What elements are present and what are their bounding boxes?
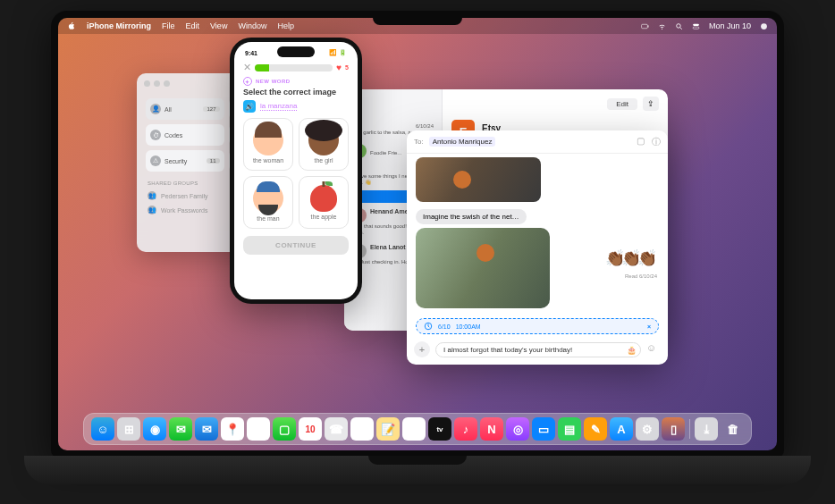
dock-iphone-mirroring-icon[interactable]: ▯ — [662, 417, 685, 441]
share-button[interactable]: ⇪ — [643, 97, 659, 111]
facetime-icon[interactable]: ▢ — [637, 136, 645, 148]
tile-label: All — [164, 106, 172, 113]
svg-point-6 — [761, 23, 767, 29]
people-icon: 👥 — [148, 206, 156, 214]
received-image-1[interactable] — [416, 157, 541, 202]
note-date: 6/10/24 — [352, 123, 434, 129]
group-label: Work Passwords — [161, 207, 207, 214]
dock-reminders-icon[interactable]: ≡ — [350, 417, 374, 441]
passwords-tile-security[interactable]: ⚠Security11 — [146, 150, 224, 172]
dock-settings-icon[interactable]: ⚙ — [636, 417, 659, 441]
menubar-item-edit[interactable]: Edit — [186, 21, 200, 30]
dock: ☺⊞◉✉✉📍✿▢10☎≡📝✎tv♪N◎▭▤✎A⚙▯⤓🗑 — [83, 413, 752, 445]
dock-calendar-icon[interactable]: 10 — [299, 417, 322, 441]
dock-contacts-icon[interactable]: ☎ — [325, 417, 348, 441]
dock-messages-icon[interactable]: ✉ — [169, 417, 192, 441]
clock-icon: ⏱ — [150, 130, 161, 140]
dock-numbers-icon[interactable]: ▤ — [558, 417, 581, 441]
messages-window[interactable]: To: Antonio Manriquez ▢ ⓘ Imagine the sw… — [407, 130, 668, 365]
dock-safari-icon[interactable]: ◉ — [143, 417, 166, 441]
menubar-item-window[interactable]: Window — [238, 21, 266, 30]
dock-tv-icon[interactable]: tv — [428, 417, 451, 441]
zoom-button[interactable] — [164, 80, 170, 87]
speaker-button[interactable]: 🔊 — [243, 100, 256, 113]
incoming-message[interactable]: Imagine the swish of the net… — [416, 209, 527, 224]
emoji-button[interactable]: ☺ — [646, 342, 661, 357]
cancel-schedule-button[interactable]: × — [647, 323, 651, 330]
dock-appstore-icon[interactable]: A — [610, 417, 633, 441]
dock-finder-icon[interactable]: ☺ — [91, 417, 114, 441]
dock-news-icon[interactable]: N — [480, 417, 503, 441]
answer-card-woman[interactable]: the woman — [243, 118, 293, 171]
siri-icon[interactable] — [760, 22, 768, 30]
dock-notes-icon[interactable]: 📝 — [376, 417, 400, 441]
menubar-item-help[interactable]: Help — [277, 21, 294, 30]
svg-rect-4 — [693, 23, 699, 25]
dock-trash-icon[interactable]: 🗑 — [721, 417, 744, 441]
answer-card-girl[interactable]: the girl — [299, 118, 349, 171]
iphone-time: 9:41 — [245, 50, 257, 56]
messages-header: To: Antonio Manriquez ▢ ⓘ — [407, 130, 668, 154]
iphone-screen[interactable]: 9:41 📶 🔋 ✕ ♥ 5 ✦ NEW WORD Select the cor… — [234, 42, 358, 299]
messages-thread[interactable]: Imagine the swish of the net… 👏🏾👏🏾👏🏾 Rea… — [407, 154, 668, 318]
close-button[interactable] — [144, 80, 150, 87]
dock-pages-icon[interactable]: ✎ — [584, 417, 607, 441]
card-label: the woman — [253, 157, 283, 164]
recipient-token[interactable]: Antonio Manriquez — [429, 137, 496, 147]
to-label: To: — [414, 138, 424, 146]
menubar-app-name[interactable]: iPhone Mirroring — [87, 21, 151, 30]
iphone-status-icons: 📶 🔋 — [329, 49, 347, 56]
passwords-tile-all[interactable]: 👤All127 — [146, 98, 224, 120]
info-icon[interactable]: ⓘ — [652, 136, 661, 148]
scheduled-send-bar[interactable]: 6/10 10:00AM × — [416, 318, 659, 334]
passwords-tile-codes[interactable]: ⏱Codes — [146, 124, 224, 146]
apple-illustration — [310, 185, 337, 212]
edit-button[interactable]: Edit — [607, 98, 637, 110]
minimize-button[interactable] — [154, 80, 160, 87]
man-illustration — [253, 183, 283, 214]
new-word-badge: ✦ NEW WORD — [234, 75, 358, 88]
add-attachment-button[interactable]: + — [414, 341, 430, 357]
basketball-icon — [453, 171, 471, 189]
answer-card-man[interactable]: the man — [243, 176, 293, 229]
dock-podcasts-icon[interactable]: ◎ — [506, 417, 529, 441]
svg-point-2 — [677, 23, 681, 28]
menubar-date[interactable]: Mon Jun 10 — [709, 21, 751, 30]
progress-bar — [255, 64, 333, 71]
close-lesson-button[interactable]: ✕ — [243, 62, 251, 73]
tile-label: Security — [164, 158, 187, 164]
answer-card-apple[interactable]: the apple — [299, 176, 349, 229]
dock-downloads-icon[interactable]: ⤓ — [695, 417, 718, 441]
continue-button[interactable]: CONTINUE — [243, 236, 349, 255]
lesson-word[interactable]: la manzana — [260, 102, 297, 111]
desktop[interactable]: iPhone Mirroring File Edit View Window H… — [58, 18, 777, 450]
tapback-reaction[interactable]: 👏🏾👏🏾👏🏾 — [605, 248, 654, 268]
lesson-top-bar: ✕ ♥ 5 — [234, 60, 358, 75]
control-center-icon[interactable] — [692, 22, 700, 30]
schedule-time: 10:00AM — [456, 323, 481, 330]
dock-keynote-icon[interactable]: ▭ — [532, 417, 555, 441]
svg-line-3 — [680, 27, 682, 29]
svg-rect-5 — [693, 27, 699, 29]
iphone-notch — [277, 46, 315, 57]
received-image-2[interactable] — [416, 228, 550, 308]
message-input[interactable]: I almost forgot that today's your birthd… — [435, 342, 641, 357]
iphone-mirror-window[interactable]: 9:41 📶 🔋 ✕ ♥ 5 ✦ NEW WORD Select the cor… — [230, 38, 362, 304]
dock-freeform-icon[interactable]: ✎ — [402, 417, 426, 441]
menubar-item-view[interactable]: View — [210, 21, 227, 30]
menubar-item-file[interactable]: File — [162, 21, 175, 30]
battery-icon[interactable] — [641, 22, 649, 30]
dock-maps-icon[interactable]: 📍 — [221, 417, 244, 441]
dock-music-icon[interactable]: ♪ — [454, 417, 477, 441]
basketball-icon — [477, 244, 494, 262]
dock-photos-icon[interactable]: ✿ — [247, 417, 270, 441]
dock-facetime-icon[interactable]: ▢ — [273, 417, 296, 441]
dock-mail-icon[interactable]: ✉ — [195, 417, 218, 441]
apple-logo-icon[interactable] — [67, 21, 76, 30]
spotlight-icon[interactable] — [675, 22, 683, 30]
compose-row: + I almost forgot that today's your birt… — [407, 338, 668, 365]
heart-count: 5 — [345, 64, 349, 71]
dock-launchpad-icon[interactable]: ⊞ — [117, 417, 140, 441]
wifi-icon[interactable] — [658, 22, 666, 30]
tile-label: Codes — [164, 132, 182, 139]
